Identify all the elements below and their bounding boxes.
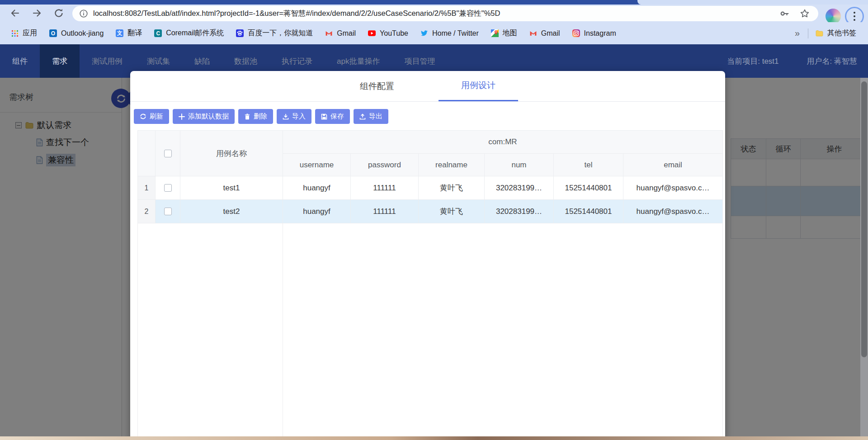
reload-icon (53, 8, 64, 19)
bookmark-youtube[interactable]: YouTube (368, 29, 408, 38)
case-name-header: 用例名称 (180, 131, 283, 176)
bookmark-gmail-2[interactable]: Gmail (529, 29, 560, 38)
bookmark-twitter[interactable]: Home / Twitter (420, 29, 479, 38)
table-row[interactable]: 1 test1 huangyf 111111 黄叶飞 320283199… 15… (138, 176, 723, 200)
folder-icon (816, 29, 823, 37)
row-index: 1 (138, 176, 156, 200)
bookmark-maps[interactable]: 地图 (491, 28, 517, 38)
apps-grid-icon (11, 29, 19, 37)
address-bar[interactable]: localhost:8082/TestLab/atf/index.html?pr… (72, 6, 818, 21)
import-button[interactable]: 导入 (277, 109, 311, 124)
page-info-icon[interactable] (79, 9, 89, 19)
group-header: com:MR (283, 131, 723, 154)
col-num: num (485, 154, 554, 176)
modal-toolbar: 刷新 添加默认数据 删除 导入 保存 导出 (134, 109, 388, 124)
bookmark-star-icon[interactable] (799, 8, 810, 19)
bookmark-label: 地图 (503, 28, 517, 38)
num-cell[interactable]: 320283199… (485, 200, 554, 223)
case-name-cell[interactable]: test2 (180, 200, 283, 223)
plus-icon (179, 114, 185, 120)
col-tel: tel (554, 154, 623, 176)
nav-item-components[interactable]: 组件 (0, 44, 40, 78)
tab-component-config[interactable]: 组件配置 (337, 71, 417, 101)
back-button[interactable] (8, 6, 22, 20)
password-key-icon[interactable] (779, 8, 790, 19)
num-cell[interactable]: 320283199… (485, 176, 554, 200)
scrollbar-thumb[interactable] (861, 81, 867, 357)
row-checkbox[interactable] (164, 184, 172, 192)
profile-avatar[interactable] (826, 9, 841, 24)
tel-cell[interactable]: 15251440801 (554, 200, 623, 223)
row-index: 2 (138, 200, 156, 223)
save-button[interactable]: 保存 (315, 109, 350, 124)
add-default-data-button[interactable]: 添加默认数据 (173, 109, 235, 124)
forward-button[interactable] (30, 6, 44, 20)
bookmark-label: Instagram (584, 29, 616, 38)
bookmark-instagram[interactable]: Instagram (572, 29, 616, 38)
bookmark-apps[interactable]: 应用 (11, 28, 37, 38)
rownum-header (138, 131, 156, 176)
bookmark-baidu[interactable]: du 百度一下，你就知道 (236, 28, 313, 38)
usecase-table: 用例名称 com:MR username password realname n… (137, 130, 723, 223)
bookmark-label: Gmail (337, 29, 356, 38)
youtube-icon (368, 29, 376, 37)
bookmark-label: 百度一下，你就知道 (248, 28, 313, 38)
button-label: 添加默认数据 (188, 112, 229, 121)
col-username: username (283, 154, 351, 176)
tel-cell[interactable]: 15251440801 (554, 176, 623, 200)
button-label: 保存 (330, 112, 344, 121)
case-name-cell[interactable]: test1 (180, 176, 283, 200)
bookmark-gmail-1[interactable]: Gmail (325, 29, 356, 38)
back-icon (9, 8, 20, 19)
row-checkbox[interactable] (164, 208, 172, 215)
other-bookmarks-label: 其他书签 (827, 28, 856, 38)
bookmark-label: 翻译 (127, 28, 142, 38)
browser-window: localhost:8082/TestLab/atf/index.html?pr… (0, 0, 868, 440)
username-cell[interactable]: huangyf (283, 200, 351, 223)
username-cell[interactable]: huangyf (283, 176, 351, 200)
bookmark-label: Coremail邮件系统 (166, 28, 224, 38)
delete-button[interactable]: 删除 (238, 109, 273, 124)
nav-item-demand[interactable]: 需求 (40, 44, 80, 78)
import-icon (283, 114, 289, 120)
bookmark-label: YouTube (380, 29, 408, 38)
col-email: email (623, 154, 723, 176)
button-label: 刷新 (150, 112, 163, 121)
google-maps-icon (491, 29, 499, 37)
url-text[interactable]: localhost:8082/TestLab/atf/index.html?pr… (93, 9, 818, 19)
email-cell[interactable]: huangyf@spasvo.c… (623, 200, 723, 223)
bookmark-label: Gmail (541, 29, 560, 38)
bookmarks-bar: 应用 O Outlook-jiang 文 翻译 C Coremail邮件系统 d… (0, 22, 868, 44)
taskbar-edge (0, 436, 868, 440)
nav-item-testcases[interactable]: 测试用例 (80, 44, 135, 78)
button-label: 删除 (254, 112, 267, 121)
refresh-icon (140, 113, 146, 120)
page-scrollbar[interactable] (860, 78, 868, 440)
bookmark-translate[interactable]: 文 翻译 (116, 28, 142, 38)
bookmarks-overflow-button[interactable]: » (795, 28, 800, 38)
password-cell[interactable]: 111111 (351, 200, 419, 223)
usecase-modal: 组件配置 用例设计 刷新 添加默认数据 删除 导入 保存 (130, 71, 725, 440)
bookmark-coremail[interactable]: C Coremail邮件系统 (154, 28, 224, 38)
three-dots-icon (854, 12, 855, 21)
twitter-icon (420, 29, 428, 37)
row-select-cell (156, 176, 180, 200)
realname-cell[interactable]: 黄叶飞 (419, 200, 485, 223)
tab-usecase-design[interactable]: 用例设计 (439, 71, 518, 101)
table-row-selected[interactable]: 2 test2 huangyf 111111 黄叶飞 320283199… 15… (138, 200, 723, 223)
bookmark-outlook[interactable]: O Outlook-jiang (49, 29, 104, 38)
refresh-button[interactable]: 刷新 (134, 109, 169, 124)
save-icon (321, 114, 327, 120)
password-cell[interactable]: 111111 (351, 176, 419, 200)
svg-text:du: du (239, 33, 241, 36)
reload-button[interactable] (52, 6, 66, 20)
select-all-checkbox[interactable] (164, 150, 172, 157)
select-all-header (156, 131, 180, 176)
export-button[interactable]: 导出 (354, 109, 388, 124)
baidu-icon: du (236, 29, 244, 37)
gmail-icon (325, 29, 333, 37)
realname-cell[interactable]: 黄叶飞 (419, 176, 485, 200)
table-border-right (722, 223, 723, 436)
other-bookmarks-button[interactable]: 其他书签 (816, 28, 856, 38)
email-cell[interactable]: huangyf@spasvo.c… (623, 176, 723, 200)
